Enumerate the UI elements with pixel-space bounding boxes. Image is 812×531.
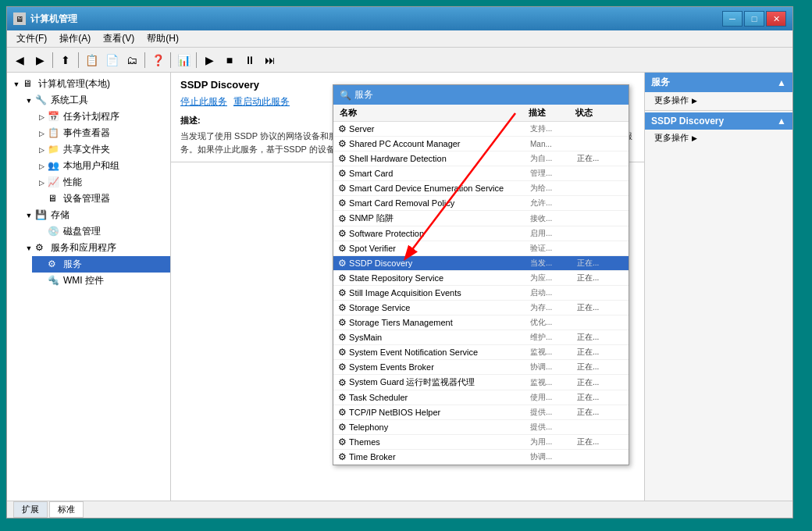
service-name: Storage Service — [349, 303, 410, 312]
tree-event-viewer[interactable]: ▷ 📋 事件查看器 — [32, 125, 170, 141]
right-panel: 服务 ▲ 更多操作 ▶ SSDP Discovery ▲ 更多操作 ▶ — [644, 73, 792, 501]
dropdown-row[interactable]: ⚙ Storage Tiers Management 优化... — [333, 315, 629, 330]
col-name-header: 名称 — [340, 107, 529, 119]
action-more-2[interactable]: 更多操作 ▶ — [645, 130, 792, 146]
dropdown-row[interactable]: ⚙ System Guard 运行时监视器代理 监视... 正在... — [333, 375, 629, 390]
local-users-expand-icon: ▷ — [35, 162, 48, 170]
local-users-icon: 👥 — [48, 160, 60, 173]
action-section-2-arrow: ▲ — [777, 116, 786, 127]
tree-wmi-label: WMI 控件 — [63, 274, 104, 287]
minimize-button[interactable]: ─ — [722, 11, 743, 27]
service-gear-icon: ⚙ — [338, 332, 347, 343]
tree-local-users[interactable]: ▷ 👥 本地用户和组 — [32, 158, 170, 174]
properties-button[interactable]: 📄 — [102, 51, 121, 69]
tree-system-tools[interactable]: ▼ 🔧 系统工具 — [20, 92, 170, 109]
forward-button[interactable]: ▶ — [30, 51, 49, 69]
tab-expand[interactable]: 扩展 — [13, 501, 48, 518]
action-more-1[interactable]: 更多操作 ▶ — [645, 92, 792, 109]
view-button[interactable]: 🗂 — [123, 51, 141, 69]
close-button[interactable]: ✕ — [766, 11, 786, 27]
tree-services[interactable]: ⚙ 服务 — [32, 256, 170, 273]
toolbar-separator-3 — [144, 52, 145, 68]
dropdown-row[interactable]: ⚙ System Event Notification Service 监视..… — [333, 345, 629, 360]
service-gear-icon: ⚙ — [338, 302, 347, 313]
dropdown-row[interactable]: ⚙ Storage Service 为存... 正在... — [333, 301, 629, 315]
tree-performance[interactable]: ▷ 📈 性能 — [32, 174, 170, 191]
dropdown-row[interactable]: ⚙ Themes 为用... 正在... — [333, 435, 629, 450]
play-button[interactable]: ▶ — [200, 51, 219, 69]
dropdown-row[interactable]: ⚙ Shell Hardware Detection 为自... 正在... — [333, 151, 629, 166]
dropdown-row[interactable]: ⚙ Telephony 提供... — [333, 420, 629, 435]
tree-wmi-control[interactable]: 🔩 WMI 控件 — [32, 273, 170, 289]
computer-icon: 🖥 — [23, 78, 35, 91]
tree-disk-management[interactable]: 💿 磁盘管理 — [32, 223, 170, 240]
tree-device-manager[interactable]: 🖥 设备管理器 — [32, 191, 170, 207]
toolbar-separator-2 — [78, 52, 79, 68]
service-gear-icon: ⚙ — [338, 123, 347, 134]
menu-view[interactable]: 查看(V) — [97, 30, 141, 47]
col-status-header: 状态 — [575, 107, 622, 119]
dropdown-row[interactable]: ⚙ Smart Card Removal Policy 允许... — [333, 196, 629, 211]
service-gear-icon: ⚙ — [338, 392, 347, 403]
service-desc-short: 提供... — [530, 422, 577, 433]
dropdown-row[interactable]: ⚙ State Repository Service 为应... 正在... — [333, 271, 629, 286]
service-gear-icon: ⚙ — [338, 183, 347, 194]
action-section-1-arrow: ▲ — [777, 77, 786, 88]
back-button[interactable]: ◀ — [10, 51, 29, 69]
stop-service-link[interactable]: 停止此服务 — [180, 95, 227, 109]
services-icon: ⚙ — [48, 258, 60, 271]
dropdown-row[interactable]: ⚙ Smart Card Device Enumeration Service … — [333, 181, 629, 196]
tree-event-viewer-label: 事件查看器 — [63, 127, 110, 140]
dropdown-row[interactable]: ⚙ SysMain 维护... 正在... — [333, 330, 629, 345]
help-icon-button[interactable]: ❓ — [148, 51, 167, 69]
service-desc-short: 为存... — [530, 302, 577, 313]
dropdown-row[interactable]: ⚙ SSDP Discovery 当发... 正在... — [333, 256, 629, 271]
dropdown-row[interactable]: ⚙ Time Broker 协调... — [333, 450, 629, 465]
dropdown-row[interactable]: ⚙ Shared PC Account Manager Man... — [333, 137, 629, 151]
tree-root[interactable]: ▼ 🖥 计算机管理(本地) — [7, 76, 170, 92]
restart-service-link[interactable]: 重启动此服务 — [233, 95, 290, 109]
show-hide-button[interactable]: 📋 — [82, 51, 101, 69]
dropdown-row[interactable]: ⚙ SNMP 陷阱 接收... — [333, 211, 629, 226]
export-button[interactable]: 📊 — [174, 51, 193, 69]
dropdown-row[interactable]: ⚙ Server 支持... — [333, 122, 629, 137]
dropdown-header: 🔍 服务 — [333, 85, 629, 105]
menu-help[interactable]: 帮助(H) — [141, 30, 185, 47]
dropdown-list[interactable]: ⚙ Server 支持... ⚙ Shared PC Account Manag… — [333, 122, 629, 465]
pause-button[interactable]: ⏸ — [240, 51, 259, 69]
service-gear-icon: ⚙ — [338, 437, 347, 447]
up-button[interactable]: ⬆ — [56, 51, 75, 69]
toolbar-separator-4 — [170, 52, 171, 68]
service-name: Smart Card Device Enumeration Service — [349, 184, 504, 193]
tree-shared-folders[interactable]: ▷ 📁 共享文件夹 — [32, 141, 170, 158]
dropdown-row[interactable]: ⚙ TCP/IP NetBIOS Helper 提供... 正在... — [333, 405, 629, 420]
tree-performance-label: 性能 — [63, 176, 82, 189]
action-more-1-label: 更多操作 — [654, 94, 689, 106]
tree-storage[interactable]: ▼ 💾 存储 — [20, 207, 170, 223]
maximize-button[interactable]: □ — [744, 11, 764, 27]
dropdown-row[interactable]: ⚙ System Events Broker 协调... 正在... — [333, 360, 629, 375]
service-name: System Events Broker — [349, 362, 434, 372]
service-status: 正在... — [577, 273, 624, 283]
dropdown-row[interactable]: ⚙ Spot Verifier 验证... — [333, 241, 629, 256]
service-desc-short: 维护... — [530, 332, 577, 343]
menu-file[interactable]: 文件(F) — [10, 30, 53, 47]
tree-system-tools-label: 系统工具 — [51, 94, 88, 107]
tab-standard[interactable]: 标准 — [49, 501, 84, 518]
restart-button[interactable]: ⏭ — [261, 51, 280, 69]
service-gear-icon: ⚙ — [338, 407, 347, 418]
tree-task-scheduler[interactable]: ▷ 📅 任务计划程序 — [32, 109, 170, 125]
service-desc-short: 提供... — [530, 407, 577, 418]
dropdown-row[interactable]: ⚙ Smart Card 管理... — [333, 166, 629, 181]
dropdown-row[interactable]: ⚙ Still Image Acquisition Events 启动... — [333, 286, 629, 301]
service-desc-short: 允许... — [530, 198, 577, 208]
tree-services-apps[interactable]: ▼ ⚙ 服务和应用程序 — [20, 240, 170, 256]
title-bar: 🖥 计算机管理 ─ □ ✕ — [7, 7, 792, 30]
menu-action[interactable]: 操作(A) — [53, 30, 97, 47]
system-tools-icon: 🔧 — [35, 94, 48, 107]
action-more-2-label: 更多操作 — [654, 132, 689, 144]
left-tree-panel: ▼ 🖥 计算机管理(本地) ▼ 🔧 系统工具 ▷ 📅 任务计划程序 ▷ 📋 事件… — [7, 73, 171, 501]
dropdown-row[interactable]: ⚙ Software Protection 启用... — [333, 226, 629, 241]
dropdown-row[interactable]: ⚙ Task Scheduler 使用... 正在... — [333, 390, 629, 405]
stop-button[interactable]: ■ — [220, 51, 239, 69]
